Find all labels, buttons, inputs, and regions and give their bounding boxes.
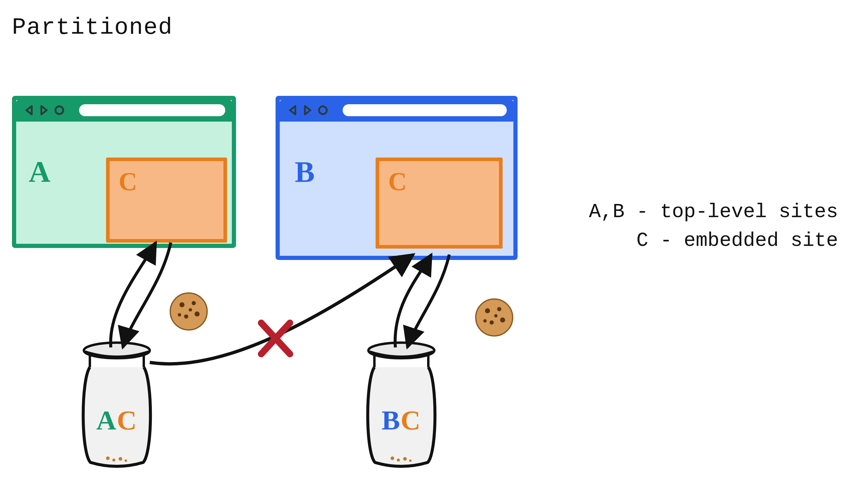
svg-point-13 <box>497 307 501 311</box>
jar-label-a-part2: C <box>117 405 137 436</box>
svg-point-7 <box>184 315 188 319</box>
blocked-x-icon <box>257 318 293 359</box>
cookie-jar-a: AC <box>69 339 165 470</box>
browser-body-b: B C <box>280 122 514 256</box>
site-label-a: A <box>29 155 50 189</box>
embedded-frame-c-in-a: C <box>106 158 227 243</box>
jar-label-b-part2: C <box>400 405 421 436</box>
svg-point-0 <box>55 106 63 114</box>
url-bar-a <box>79 104 225 116</box>
browser-window-b: B C <box>276 96 518 260</box>
svg-point-6 <box>195 312 200 317</box>
legend-line-2: C - embedded site <box>637 229 838 252</box>
jar-label-a-part1: A <box>96 405 117 436</box>
svg-point-15 <box>490 320 494 325</box>
diagram-stage: Partitioned A C <box>0 0 868 481</box>
nav-reload-icon <box>54 105 65 116</box>
svg-point-22 <box>125 459 127 462</box>
nav-back-icon <box>287 105 298 116</box>
cookie-icon <box>473 296 515 339</box>
cookie-icon <box>168 290 210 332</box>
svg-point-9 <box>189 308 192 312</box>
legend-line-1: A,B - top-level sites <box>589 201 838 223</box>
svg-point-4 <box>179 302 185 307</box>
jar-label-a: AC <box>69 404 165 436</box>
svg-point-1 <box>319 106 327 114</box>
embedded-frame-c-in-b: C <box>376 158 503 249</box>
site-label-b: B <box>295 155 315 189</box>
svg-point-26 <box>403 457 407 461</box>
svg-point-20 <box>112 458 115 461</box>
svg-point-24 <box>391 456 394 460</box>
svg-point-8 <box>178 313 181 317</box>
svg-point-21 <box>119 457 122 461</box>
svg-point-17 <box>494 314 497 318</box>
browser-window-a: A C <box>12 96 236 248</box>
browser-body-a: A C <box>16 122 232 244</box>
embed-label-c-b: C <box>388 166 407 196</box>
browser-chrome-b <box>280 100 514 122</box>
svg-point-27 <box>409 459 411 462</box>
legend: A,B - top-level sites C - embedded site <box>589 198 838 255</box>
svg-point-5 <box>192 301 196 305</box>
svg-point-16 <box>484 319 487 323</box>
browser-chrome-a <box>16 100 232 122</box>
nav-forward-icon <box>38 105 49 116</box>
nav-reload-icon <box>317 105 328 116</box>
jar-label-b-part1: B <box>381 405 400 436</box>
jar-label-b: BC <box>353 404 449 436</box>
url-bar-b <box>343 104 507 116</box>
svg-point-14 <box>500 318 505 323</box>
svg-point-19 <box>106 456 110 460</box>
cookie-jar-b: BC <box>353 339 449 470</box>
svg-point-25 <box>397 458 400 461</box>
svg-point-12 <box>485 308 490 313</box>
diagram-title: Partitioned <box>12 14 173 41</box>
nav-back-icon <box>24 105 35 116</box>
nav-forward-icon <box>302 105 313 116</box>
embed-label-c-a: C <box>119 166 137 196</box>
